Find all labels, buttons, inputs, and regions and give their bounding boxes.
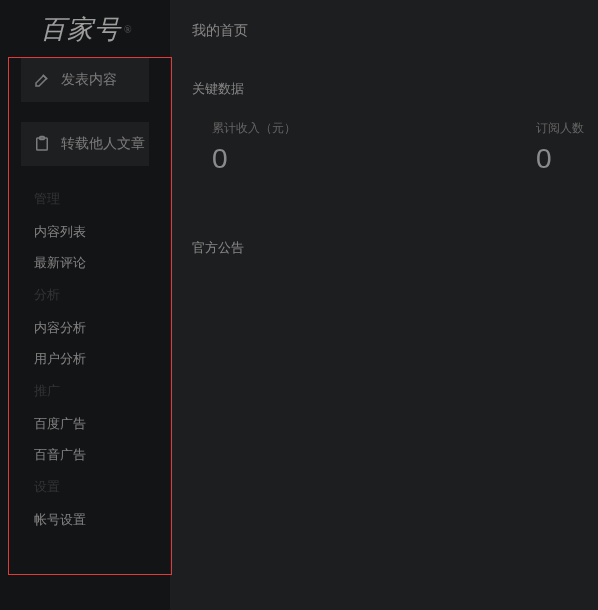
nav-item-content-list[interactable]: 内容列表 [34, 223, 170, 241]
repost-button-label: 转载他人文章 [61, 135, 145, 153]
repost-button[interactable]: 转载他人文章 [21, 122, 149, 166]
stat-income-label: 累计收入（元） [212, 120, 296, 137]
nav-item-baidu-ads[interactable]: 百度广告 [34, 415, 170, 433]
sidebar: 百家号® 发表内容 转载他人文章 管理 内容列表 最新评论 分析 内容分析 用户… [0, 0, 170, 610]
nav-group-title: 管理 [34, 190, 170, 208]
stat-subscribers-value: 0 [536, 143, 584, 175]
nav-group-settings: 设置 帐号设置 [34, 478, 170, 529]
nav-item-account-settings[interactable]: 帐号设置 [34, 511, 170, 529]
nav-group-analytics: 分析 内容分析 用户分析 [34, 286, 170, 368]
main-panel: 我的首页 关键数据 累计收入（元） 0 订阅人数 0 官方公告 [170, 0, 598, 610]
nav-group-title: 分析 [34, 286, 170, 304]
clipboard-icon [33, 135, 51, 153]
publish-button-label: 发表内容 [61, 71, 117, 89]
edit-icon [33, 71, 51, 89]
nav-group-ads: 推广 百度广告 百音广告 [34, 382, 170, 464]
brand-logo-text: 百家号 [40, 12, 121, 47]
page-title: 我的首页 [192, 22, 576, 40]
nav-item-user-analytics[interactable]: 用户分析 [34, 350, 170, 368]
section-title-announce: 官方公告 [192, 239, 576, 257]
brand-logo-mark: ® [124, 24, 133, 35]
nav-item-content-analytics[interactable]: 内容分析 [34, 319, 170, 337]
nav-group-manage: 管理 内容列表 最新评论 [34, 190, 170, 272]
sidebar-nav: 管理 内容列表 最新评论 分析 内容分析 用户分析 推广 百度广告 百音广告 设… [0, 190, 170, 529]
nav-group-title: 推广 [34, 382, 170, 400]
stat-income-value: 0 [212, 143, 296, 175]
stats-row: 累计收入（元） 0 订阅人数 0 [192, 120, 576, 175]
stat-subscribers: 订阅人数 0 [536, 120, 584, 175]
nav-item-baiyin-ads[interactable]: 百音广告 [34, 446, 170, 464]
publish-button[interactable]: 发表内容 [21, 58, 149, 102]
brand-logo: 百家号® [0, 0, 170, 58]
nav-item-latest-comments[interactable]: 最新评论 [34, 254, 170, 272]
stat-subscribers-label: 订阅人数 [536, 120, 584, 137]
section-title-key-data: 关键数据 [192, 80, 576, 98]
stat-income: 累计收入（元） 0 [212, 120, 296, 175]
nav-group-title: 设置 [34, 478, 170, 496]
